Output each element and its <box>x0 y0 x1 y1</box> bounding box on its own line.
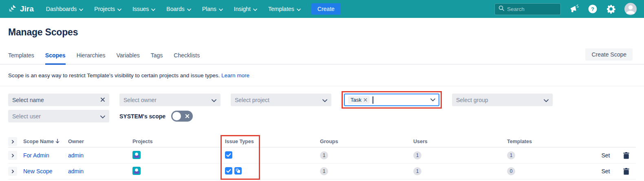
top-navbar: Jira Dashboards Projects Issues Boards P… <box>0 0 644 18</box>
templates-count-badge[interactable]: 1 <box>507 151 515 159</box>
table-header-row: Scope Name Owner Projects Issue Types Gr… <box>8 136 636 148</box>
issue-type-task-icon[interactable] <box>225 151 232 160</box>
chevron-down-icon <box>100 113 105 120</box>
scope-description: Scope is an easy way to restrict Templat… <box>0 65 644 86</box>
nav-item-projects[interactable]: Projects <box>94 6 121 12</box>
users-count-badge[interactable]: 1 <box>413 151 421 159</box>
templates-count-badge[interactable]: 0 <box>507 167 515 175</box>
header-scope-name[interactable]: Scope Name <box>23 139 68 145</box>
help-icon[interactable]: ? <box>588 4 598 14</box>
chevron-down-icon <box>219 6 223 12</box>
nav-links: Dashboards Projects Issues Boards Plans … <box>46 6 301 12</box>
tab-templates[interactable]: Templates <box>8 52 34 64</box>
filters-panel: Select name Select owner Select project … <box>0 86 644 122</box>
search-icon <box>498 5 504 13</box>
create-scope-button[interactable]: Create Scope <box>585 48 633 61</box>
groups-count-badge[interactable]: 1 <box>320 151 328 159</box>
select-name-field[interactable]: Select name <box>8 94 109 106</box>
table-row: New Scope admin 1 1 0 Set <box>8 164 636 179</box>
chevron-down-icon <box>297 6 301 12</box>
chevron-down-icon <box>322 96 327 104</box>
tab-checklists[interactable]: Checklists <box>174 52 200 64</box>
users-count-badge[interactable]: 1 <box>413 167 421 175</box>
filter-row-1: Select name Select owner Select project … <box>8 94 636 106</box>
chevron-down-icon <box>117 6 121 12</box>
select-project-placeholder: Select project <box>235 97 269 103</box>
tab-hierarchies[interactable]: Hierarchies <box>77 52 106 64</box>
header-templates: Templates <box>507 139 595 144</box>
groups-count-badge[interactable]: 1 <box>320 167 328 175</box>
scope-name-link[interactable]: New Scope <box>23 168 53 174</box>
issue-type-subtask-icon[interactable] <box>234 167 242 176</box>
header-users: Users <box>413 139 507 144</box>
chevron-down-icon <box>79 6 83 12</box>
set-link[interactable]: Set <box>595 168 616 174</box>
text-cursor <box>373 96 373 104</box>
tab-variables[interactable]: Variables <box>116 52 139 64</box>
clear-icon[interactable] <box>100 96 105 104</box>
jira-logo-text: Jira <box>20 4 34 13</box>
create-button[interactable]: Create <box>311 3 341 15</box>
header-projects: Projects <box>132 139 225 144</box>
tabs: Templates Scopes Hierarchies Variables T… <box>8 52 200 64</box>
system-scope-toggle[interactable] <box>171 111 193 122</box>
project-avatar-icon[interactable] <box>132 151 141 160</box>
chevron-down-icon <box>212 96 216 104</box>
table-row: For Admin admin 1 1 1 Set <box>8 148 636 164</box>
nav-item-dashboards[interactable]: Dashboards <box>46 6 84 12</box>
nav-item-plans[interactable]: Plans <box>202 6 223 12</box>
expand-row-button[interactable] <box>8 167 17 176</box>
nav-item-templates[interactable]: Templates <box>268 6 301 12</box>
select-owner-placeholder: Select owner <box>124 97 157 103</box>
chevron-down-icon <box>187 6 191 12</box>
description-text: Scope is an easy way to restrict Templat… <box>8 72 220 79</box>
system-scope-label: SYSTEM's scope <box>119 113 165 120</box>
search-box[interactable] <box>494 3 561 15</box>
filter-row-2: Select user SYSTEM's scope <box>8 110 636 122</box>
user-avatar[interactable] <box>624 3 637 15</box>
header-owner[interactable]: Owner <box>68 139 132 144</box>
tab-tags[interactable]: Tags <box>151 52 163 64</box>
delete-scope-icon[interactable] <box>616 152 636 159</box>
scope-name-link[interactable]: For Admin <box>23 152 49 159</box>
select-owner-field[interactable]: Select owner <box>119 94 221 106</box>
expand-all-button[interactable] <box>8 137 17 146</box>
jira-logo[interactable]: Jira <box>8 4 34 15</box>
select-project-field[interactable]: Select project <box>231 94 331 106</box>
search-input[interactable] <box>507 6 552 12</box>
nav-item-boards[interactable]: Boards <box>166 6 191 12</box>
svg-text:?: ? <box>591 6 594 12</box>
header-issue-types: Issue Types <box>225 139 320 144</box>
issue-type-task-icon[interactable] <box>225 167 232 176</box>
page-title: Manage Scopes <box>8 27 644 38</box>
chevron-down-icon <box>430 98 435 101</box>
settings-icon[interactable] <box>606 4 616 14</box>
toggle-knob <box>172 112 181 120</box>
chevron-down-icon <box>544 96 549 104</box>
megaphone-icon[interactable] <box>569 4 579 13</box>
select-name-value: Select name <box>12 97 44 103</box>
select-group-placeholder: Select group <box>456 97 488 103</box>
owner-link[interactable]: admin <box>68 168 84 174</box>
sort-desc-icon <box>55 139 60 145</box>
owner-link[interactable]: admin <box>68 152 84 159</box>
select-user-field[interactable]: Select user <box>8 110 109 122</box>
select-user-placeholder: Select user <box>12 113 41 120</box>
tab-scopes[interactable]: Scopes <box>45 52 66 65</box>
toggle-off-icon <box>185 114 190 118</box>
nav-item-issues[interactable]: Issues <box>132 6 155 12</box>
nav-item-insight[interactable]: Insight <box>234 6 257 12</box>
select-issue-type-field[interactable]: Task <box>344 94 439 106</box>
expand-row-button[interactable] <box>8 151 17 160</box>
scopes-table: Scope Name Owner Projects Issue Types Gr… <box>8 136 636 179</box>
learn-more-link[interactable]: Learn more <box>221 72 249 79</box>
select-group-field[interactable]: Select group <box>452 94 553 106</box>
set-link[interactable]: Set <box>595 152 616 159</box>
issue-type-tag-label: Task <box>351 97 362 103</box>
delete-scope-icon[interactable] <box>616 168 636 175</box>
tabs-bar: Templates Scopes Hierarchies Variables T… <box>0 48 644 65</box>
issue-type-tag: Task <box>348 96 370 104</box>
project-avatar-icon[interactable] <box>132 167 141 176</box>
remove-tag-icon[interactable] <box>364 97 367 103</box>
header-groups: Groups <box>320 139 413 144</box>
